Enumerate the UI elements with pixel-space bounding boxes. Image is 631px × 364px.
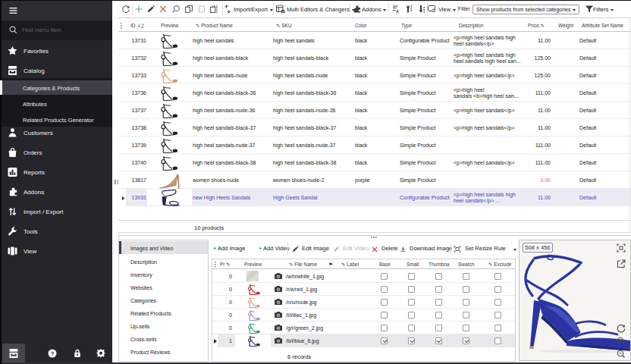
svg-text:A: A [396, 9, 399, 14]
svg-text:?: ? [51, 350, 55, 357]
